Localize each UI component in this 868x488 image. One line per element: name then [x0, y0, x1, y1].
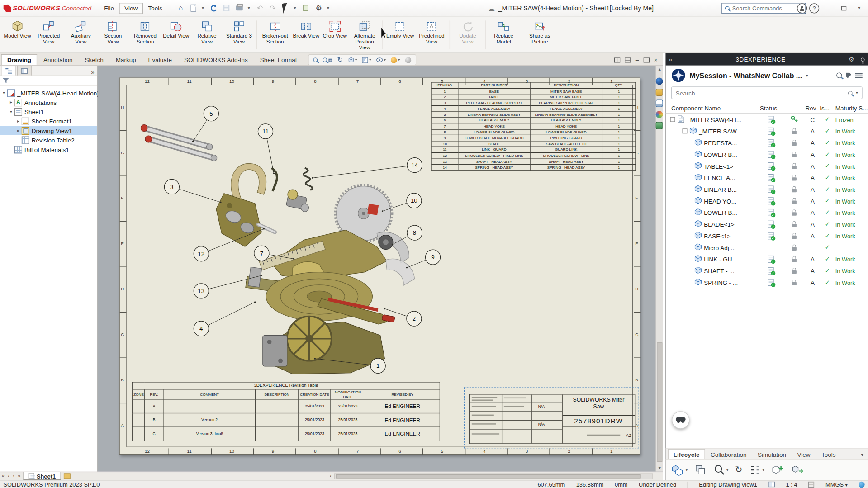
split-pane-vertical-icon[interactable]: [614, 57, 620, 62]
ribbon-button-share-as-picture[interactable]: Share as Picture: [524, 18, 556, 52]
options-gear-icon[interactable]: ⚙: [314, 3, 323, 13]
tab-evaluate[interactable]: Evaluate: [142, 54, 178, 65]
window-close-icon[interactable]: ×: [654, 57, 657, 63]
ribbon-button-replace-model[interactable]: Replace Model: [488, 18, 520, 52]
component-search[interactable]: ▾: [671, 86, 863, 99]
user-account-icon[interactable]: [797, 3, 807, 13]
ribbon-button-predefined-view[interactable]: Predefined View: [416, 18, 448, 52]
sheet-nav-next-icon[interactable]: ›: [11, 473, 16, 479]
collapse-icon[interactable]: −: [670, 117, 675, 122]
bom-row[interactable]: 14SPRING - HEAD ASSYSPRING - HEAD ASSY1: [432, 164, 636, 170]
options-dropdown-icon[interactable]: ▾: [327, 5, 331, 10]
expand-down-icon[interactable]: ▾: [8, 109, 14, 114]
panel-expand-icon[interactable]: »: [91, 69, 97, 75]
ribbon-button-broken-out-section[interactable]: Broken-out Section: [259, 18, 291, 52]
revision-row[interactable]: BVersion 225/01/202325/01/2023Ed ENGINEE…: [132, 413, 440, 427]
bom-row[interactable]: 3PEDESTAL- BEARING SUPPORTBEARING SUPPOR…: [432, 100, 636, 106]
bill-of-materials-table[interactable]: ITEM NO.PART NUMBERDESCRIPTIONQTY.1BASEM…: [431, 82, 636, 171]
zoom-fit-icon[interactable]: [313, 57, 318, 62]
taskpane-view-palette-icon[interactable]: [655, 100, 663, 107]
replace-component-icon[interactable]: [791, 464, 804, 476]
tree-item-drawing-view1[interactable]: ▸Drawing View1: [0, 126, 97, 135]
tree-item-revision-table2[interactable]: Revision Table2: [0, 135, 97, 145]
tab-solidworks-add-ins[interactable]: SOLIDWORKS Add-Ins: [178, 54, 254, 65]
home-icon[interactable]: ⌂: [176, 3, 185, 13]
tab-drawing[interactable]: Drawing: [1, 54, 37, 65]
tab-feature-tree[interactable]: [2, 66, 16, 76]
ribbon-button-projected-view[interactable]: Projected View: [33, 18, 65, 52]
view-settings-icon[interactable]: ▾: [391, 57, 400, 63]
tree-item-miter-saw-4-head-motion[interactable]: ▾_MITER SAW(4-Head Motion): [0, 88, 97, 98]
component-row[interactable]: Micro Adj ...✓: [666, 242, 868, 253]
clipboard-icon[interactable]: [302, 3, 311, 13]
session-title[interactable]: MySession - WhatsNew Collab ...: [689, 71, 802, 79]
taskpane-3dexperience-icon[interactable]: [655, 78, 663, 85]
sync-icon[interactable]: [209, 3, 218, 13]
collapse-panel-icon[interactable]: «: [666, 56, 676, 63]
panel-tab-collaboration[interactable]: Collaboration: [705, 449, 752, 459]
bom-row[interactable]: 2TABLEMITER SAW TABLE1: [432, 94, 636, 100]
scene-icon[interactable]: [405, 57, 411, 63]
graphics-area[interactable]: 511314108912713421 ITEM NO.PART NUMBERDE…: [98, 66, 663, 472]
part-head-small-parts[interactable]: [258, 190, 309, 232]
component-row[interactable]: HEAD YO...A✓In Work: [666, 195, 868, 207]
help-icon[interactable]: ?: [809, 3, 819, 13]
bom-row[interactable]: 1BASEMITER SAW BASE1: [432, 88, 636, 94]
structure-list-icon[interactable]: ▾: [749, 464, 764, 476]
ribbon-button-crop-view[interactable]: Crop View: [321, 18, 349, 52]
ribbon-button-detail-view[interactable]: Detail View: [161, 18, 191, 52]
component-row[interactable]: −_MITER SAWA✓In Work: [666, 125, 868, 137]
component-search-go-icon[interactable]: [848, 90, 853, 95]
component-row[interactable]: SPRING - ...A✓In Work: [666, 276, 868, 288]
revision-row[interactable]: A25/01/202325/01/2023Ed ENGINEER: [132, 399, 440, 413]
drawing-sheet[interactable]: 511314108912713421 ITEM NO.PART NUMBERDE…: [119, 78, 640, 455]
balloon-14[interactable]: 14: [312, 158, 422, 179]
expand-right-icon[interactable]: ▸: [15, 118, 21, 123]
revision-row[interactable]: CVersion 3- final!25/01/202325/01/2023Ed…: [132, 427, 440, 441]
minimize-button[interactable]: –: [821, 2, 835, 14]
add-sheet-icon[interactable]: [64, 473, 71, 479]
vertical-scroll-thumb[interactable]: [657, 342, 662, 461]
filter-icon[interactable]: [3, 78, 9, 83]
zoom-area-icon[interactable]: ▦: [323, 57, 332, 62]
panel-pin-icon[interactable]: [858, 56, 868, 63]
new-document-icon[interactable]: [189, 3, 198, 13]
expand-right-icon[interactable]: ▸: [15, 128, 21, 133]
ribbon-button-empty-view[interactable]: Empty View: [384, 18, 416, 52]
sheet-scale-icon[interactable]: [768, 482, 775, 487]
select-icon[interactable]: [281, 3, 290, 13]
tree-item-sheet1[interactable]: ▾Sheet1: [0, 107, 97, 117]
sheet-scale-value[interactable]: 1 : 4: [786, 481, 797, 488]
component-row[interactable]: FENCE A...A✓In Work: [666, 172, 868, 184]
panel-tab-tools[interactable]: Tools: [816, 449, 841, 459]
display-style-icon[interactable]: ▾: [362, 57, 371, 63]
menu-view[interactable]: View: [119, 3, 143, 14]
bom-row[interactable]: 13SHAFT - HEAD ASSYSHAFT- HEAD ASSY1: [432, 158, 636, 164]
balloon-3[interactable]: 3: [164, 179, 221, 203]
ribbon-button-removed-section[interactable]: Removed Section: [129, 18, 161, 52]
column-is[interactable]: Is...: [820, 104, 835, 111]
component-row[interactable]: LINK - GU...A✓In Work: [666, 253, 868, 265]
component-row[interactable]: LOWER B...A✓In Work: [666, 207, 868, 218]
rotate-view-icon[interactable]: ↻: [337, 56, 343, 64]
collapse-icon[interactable]: −: [682, 128, 687, 133]
window-restore-icon[interactable]: [643, 57, 649, 62]
close-button[interactable]: ×: [853, 2, 866, 14]
ribbon-button-section-view[interactable]: Section View: [97, 18, 129, 52]
new-revision-icon[interactable]: ▾: [671, 464, 688, 476]
ribbon-button-break-view[interactable]: Break View: [291, 18, 321, 52]
part-linear-slide-rails[interactable]: [141, 125, 217, 161]
balloon-9[interactable]: 9: [406, 250, 441, 269]
horizontal-scrollbar[interactable]: ‹: [327, 473, 653, 480]
print-dropdown-icon[interactable]: ▾: [248, 5, 252, 10]
unit-system[interactable]: MMGS ▾: [825, 481, 848, 488]
component-row[interactable]: LOWER B...A✓In Work: [666, 148, 868, 160]
taskpane-custom-properties-icon[interactable]: [655, 122, 663, 129]
component-row[interactable]: BASE<1>A✓In Work: [666, 230, 868, 242]
component-row[interactable]: −_MITER SAW(4-H...C✓Frozen: [666, 114, 868, 125]
tab-display-pane[interactable]: [17, 66, 32, 76]
column-status[interactable]: Status: [758, 104, 783, 111]
ribbon-button-relative-view[interactable]: Relative View: [191, 18, 223, 52]
part-guard-link[interactable]: [271, 168, 277, 191]
column-rev[interactable]: Rev: [806, 104, 820, 111]
